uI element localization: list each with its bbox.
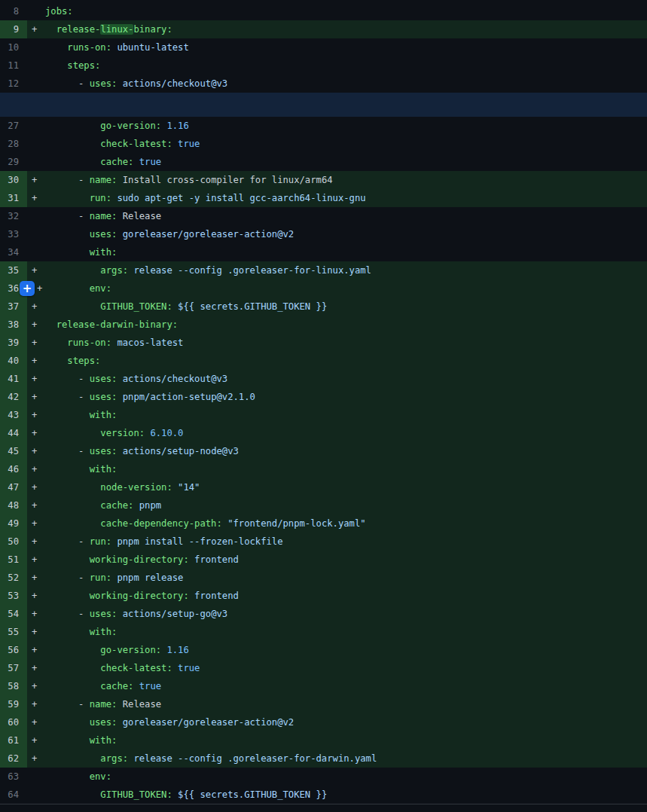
code-token: with: [45,410,117,420]
line-number[interactable]: 31 [0,189,27,207]
line-number[interactable]: 54 [0,605,27,623]
diff-row: 63 env: [0,768,647,786]
code-token: true [133,681,161,691]
line-number[interactable]: 59 [0,695,27,713]
line-number[interactable]: 35 [0,261,27,279]
line-number[interactable]: 61 [0,731,27,749]
line-number[interactable]: 42 [0,388,27,406]
line-number[interactable]: 33 [0,225,27,243]
code-token: env: [45,771,111,782]
code-line: + cache-dependency-path: "frontend/pnpm-… [27,514,647,533]
diff-row: 29 cache: true [0,153,647,171]
code-token: ${{ secrets.GITHUB_TOKEN }} [172,789,327,800]
add-comment-button[interactable]: + [20,281,35,296]
code-token: working-directory: [45,591,189,601]
line-number[interactable]: 40 [0,352,27,370]
code-token: - [45,609,90,619]
diff-row: 41+ - uses: actions/checkout@v3 [0,370,647,388]
line-number[interactable]: 45 [0,442,27,460]
code-token: uses: [45,717,117,728]
diff-row: 46+ with: [0,460,647,478]
diff-row: 64 GITHUB_TOKEN: ${{ secrets.GITHUB_TOKE… [0,786,647,804]
line-number[interactable]: 43 [0,406,27,424]
code-token: binary: [133,24,172,35]
diff-added-marker: + [32,316,37,334]
code-token: with: [45,247,117,258]
code-line: + check-latest: true [27,659,647,677]
code-token: uses: [45,229,117,240]
code-line: + working-directory: frontend [27,551,647,569]
line-number[interactable]: 30 [0,171,27,189]
code-token: release- [45,24,100,35]
diff-row: 35+ args: release --config .goreleaser-f… [0,261,647,279]
line-number[interactable]: 64 [0,786,27,804]
code-token: release --config .goreleaser-for-linux.y… [128,265,371,276]
code-token: 6.10.0 [145,428,183,438]
code-token: - [45,446,90,456]
line-number[interactable]: 32 [0,207,27,225]
line-number[interactable]: 38 [0,316,27,334]
code-token: with: [45,735,117,746]
line-number[interactable]: 37 [0,298,27,316]
diff-row: 28 check-latest: true [0,135,647,153]
diff-row: 27 go-version: 1.16 [0,117,647,135]
diff-row: 12 - uses: actions/checkout@v3 [0,75,647,93]
line-number[interactable]: 62 [0,749,27,768]
line-number[interactable]: 10 [0,38,27,56]
code-line: env: [27,768,647,786]
code-line: + - name: Install cross-compiler for lin… [27,171,647,189]
line-number[interactable]: 51 [0,551,27,569]
bottom-spacer [0,804,647,812]
line-number[interactable]: 50 [0,533,27,551]
line-number[interactable]: 34 [0,243,27,261]
line-number[interactable]: 27 [0,117,27,135]
line-number[interactable]: 44 [0,424,27,442]
code-token: - [45,374,90,384]
line-number[interactable]: 12 [0,75,27,93]
line-number[interactable]: 9 [0,20,27,38]
diff-added-marker: + [32,261,37,279]
diff-added-marker: + [32,623,37,641]
line-number[interactable]: 57 [0,659,27,677]
code-token: GITHUB_TOKEN: [45,301,172,312]
diff-row: 39+ runs-on: macos-latest [0,334,647,352]
line-number[interactable]: 47 [0,478,27,496]
diff-row: 54+ - uses: actions/setup-go@v3 [0,605,647,623]
line-number[interactable]: 53 [0,587,27,605]
code-line: + run: sudo apt-get -y install gcc-aarch… [27,189,647,207]
line-number[interactable]: 46 [0,460,27,478]
line-number[interactable]: 11 [0,56,27,75]
line-number[interactable]: 60 [0,713,27,731]
code-line: + runs-on: macos-latest [27,334,647,352]
code-line: go-version: 1.16 [27,117,647,135]
line-number[interactable]: 58 [0,677,27,695]
code-token: env: [45,283,111,294]
line-number[interactable]: 49 [0,514,27,533]
code-token: goreleaser/goreleaser-action@v2 [117,229,294,240]
code-line: + - run: pnpm install --frozen-lockfile [27,533,647,551]
code-token: args: [45,753,128,764]
code-token: steps: [45,356,100,366]
code-token: - [45,211,90,221]
code-line: uses: goreleaser/goreleaser-action@v2 [27,225,647,243]
line-number[interactable]: 56 [0,641,27,659]
line-number[interactable]: 41 [0,370,27,388]
line-number[interactable]: 63 [0,768,27,786]
line-number[interactable]: 28 [0,135,27,153]
code-line: + go-version: 1.16 [27,641,647,659]
diff-row: 48+ cache: pnpm [0,496,647,514]
diff-added-marker: + [32,388,37,406]
line-number[interactable]: 48 [0,496,27,514]
code-token: pnpm/action-setup@v2.1.0 [117,392,255,402]
code-token: - [45,392,90,402]
line-number[interactable]: 55 [0,623,27,641]
diff-row: 55+ with: [0,623,647,641]
line-number[interactable]: 39 [0,334,27,352]
diff-row: 9+ release-linux-binary: [0,20,647,38]
line-number[interactable]: 8 [0,2,27,20]
code-line: runs-on: ubuntu-latest [27,38,647,56]
code-token: run: [90,536,111,547]
line-number[interactable]: 29 [0,153,27,171]
line-number[interactable]: 52 [0,569,27,587]
code-token: steps: [45,60,100,71]
